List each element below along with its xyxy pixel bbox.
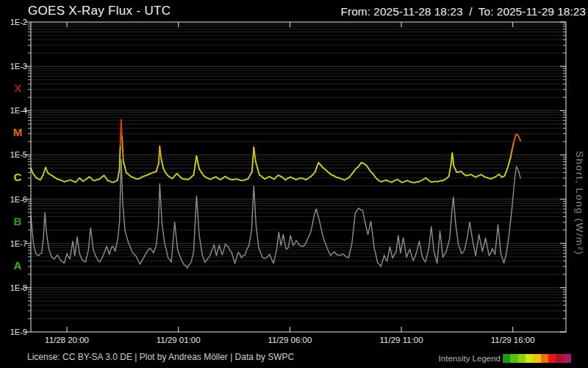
class-letter-x: X — [14, 82, 21, 94]
y-axis-tick-label: 1E-2 — [10, 18, 27, 26]
y-axis-tick-label: 1E-3 — [10, 62, 27, 71]
long-series-segment — [518, 135, 520, 141]
y-axis-tick-label: 1E-5 — [10, 150, 27, 159]
long-series-segment — [43, 168, 46, 175]
y-axis-tick-label: 1E-7 — [10, 239, 27, 248]
x-axis-tick-label: 11/29 06:00 — [268, 336, 312, 344]
intensity-legend-swatch — [526, 354, 533, 363]
long-series-segment — [512, 143, 514, 150]
long-series-segment — [159, 146, 161, 160]
long-series-segment — [257, 168, 259, 174]
intensity-legend: Intensity Legend — [439, 354, 571, 363]
long-series-segment — [122, 137, 123, 161]
long-series-segment — [121, 120, 122, 137]
intensity-legend-swatch — [564, 354, 571, 363]
x-axis-tick-label: 11/28 20:00 — [45, 336, 89, 344]
intensity-legend-swatch — [518, 354, 526, 363]
y-axis-tick-label: 1E-8 — [10, 283, 27, 292]
class-letter-m: M — [13, 126, 23, 138]
plot-canvas: 1E-21E-31E-41E-51E-61E-71E-81E-9XMCBA11/… — [0, 0, 588, 368]
long-series-segment — [315, 167, 317, 172]
intensity-legend-swatch — [541, 354, 548, 363]
right-axis-label: Short, Long (W/m²) — [574, 151, 585, 255]
long-series-segment — [119, 146, 120, 170]
long-series-segment — [508, 163, 509, 169]
class-letter-a: A — [14, 259, 22, 272]
intensity-legend-swatch — [533, 354, 540, 363]
y-axis-tick-label: 1E-4 — [10, 106, 27, 115]
intensity-legend-swatch — [556, 354, 563, 363]
class-letter-b: B — [14, 215, 22, 227]
license-text: License: CC BY-SA 3.0 DE | Plot by Andre… — [27, 352, 294, 362]
long-series-segment — [256, 161, 258, 168]
x-axis-tick-label: 11/29 16:00 — [491, 336, 535, 344]
long-series-segment — [449, 163, 451, 176]
long-series-segment — [161, 160, 163, 169]
goes-xray-flux-chart: 1E-21E-31E-41E-51E-61E-71E-81E-9XMCBA11/… — [0, 0, 588, 368]
long-series-segment — [511, 150, 512, 158]
intensity-legend-label: Intensity Legend — [439, 354, 501, 363]
page-title: GOES X-Ray Flux - UTC — [28, 4, 171, 18]
intensity-legend-bar — [503, 354, 571, 363]
x-axis-tick-label: 11/29 01:00 — [157, 336, 201, 344]
class-letter-c: C — [14, 171, 22, 183]
intensity-legend-swatch — [548, 354, 556, 363]
time-range-label: From: 2025-11-28 18:23 / To: 2025-11-29 … — [341, 5, 586, 18]
y-axis-tick-label: 1E-9 — [10, 328, 27, 336]
y-axis-tick-label: 1E-6 — [10, 195, 27, 204]
long-series-segment — [118, 170, 120, 180]
long-series-segment — [193, 166, 195, 175]
intensity-legend-swatch — [503, 354, 510, 363]
x-axis-tick-label: 11/29 11:00 — [380, 336, 423, 344]
intensity-legend-swatch — [510, 354, 517, 363]
long-series-segment — [196, 156, 199, 169]
long-series-segment — [123, 161, 125, 167]
